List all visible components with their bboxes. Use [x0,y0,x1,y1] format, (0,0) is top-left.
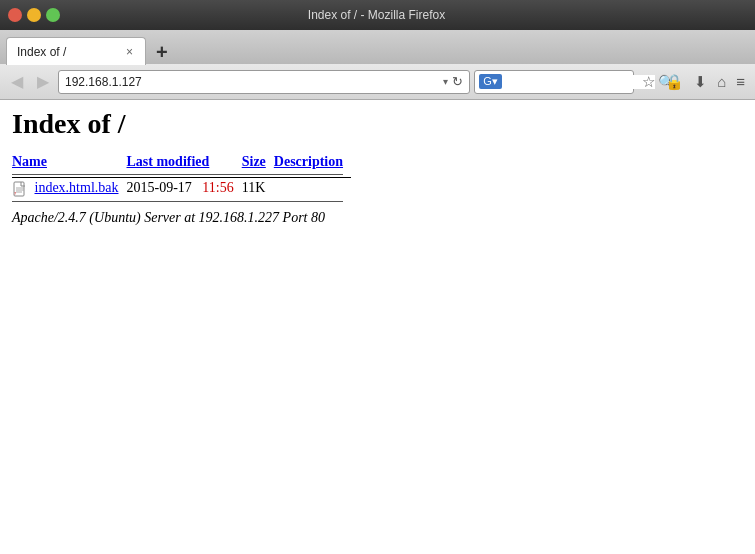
content-area: Index of / Name Last modified Size Descr… [0,100,755,554]
active-tab[interactable]: Index of / × [6,37,146,65]
tab-label: Index of / [17,45,66,59]
col-header-last-modified[interactable]: Last modified [127,152,242,172]
file-listing-table: Name Last modified Size Description [12,152,351,204]
tab-close-button[interactable]: × [124,45,135,59]
col-header-description[interactable]: Description [274,152,351,172]
file-time: 11:56 [202,180,233,195]
download-button[interactable]: ⬇ [690,71,711,93]
file-size-cell: 11K [242,178,274,199]
menu-button[interactable]: ≡ [732,71,749,93]
search-bar[interactable]: G▾ 🔍 [474,70,634,94]
address-bar[interactable]: ▾ ↻ [58,70,470,94]
bookmark-button[interactable]: ☆ [638,71,659,93]
col-header-size[interactable]: Size [242,152,274,172]
address-dropdown-icon[interactable]: ▾ [443,76,448,87]
forward-button[interactable]: ▶ [32,70,54,93]
search-input[interactable] [505,75,655,89]
address-input[interactable] [65,75,439,89]
table-row: ? index.html.bak 2015-09-17 11:56 11K [12,178,351,199]
file-desc-cell [274,178,351,199]
tabbar: Index of / × + [0,30,755,64]
toolbar-icons: ☆ 🔒 ⬇ ⌂ ≡ [638,71,749,93]
file-icon: ? [12,181,28,197]
new-tab-button[interactable]: + [150,42,174,62]
file-date: 2015-09-17 [127,180,192,195]
page-title: Index of / [12,108,743,140]
toolbar: ◀ ▶ ▾ ↻ G▾ 🔍 ☆ 🔒 ⬇ ⌂ ≡ [0,64,755,100]
window-title: Index of / - Mozilla Firefox [6,8,747,22]
titlebar: Index of / - Mozilla Firefox [0,0,755,30]
file-name-cell: ? index.html.bak [12,178,127,199]
search-provider-button[interactable]: G▾ [479,74,502,89]
file-date-cell: 2015-09-17 11:56 [127,178,242,199]
file-link[interactable]: index.html.bak [35,180,119,195]
back-button[interactable]: ◀ [6,70,28,93]
reload-button[interactable]: ↻ [452,74,463,89]
col-header-name[interactable]: Name [12,152,127,172]
lock-button[interactable]: 🔒 [661,71,688,93]
home-button[interactable]: ⌂ [713,71,730,93]
server-info: Apache/2.4.7 (Ubuntu) Server at 192.168.… [12,210,743,226]
